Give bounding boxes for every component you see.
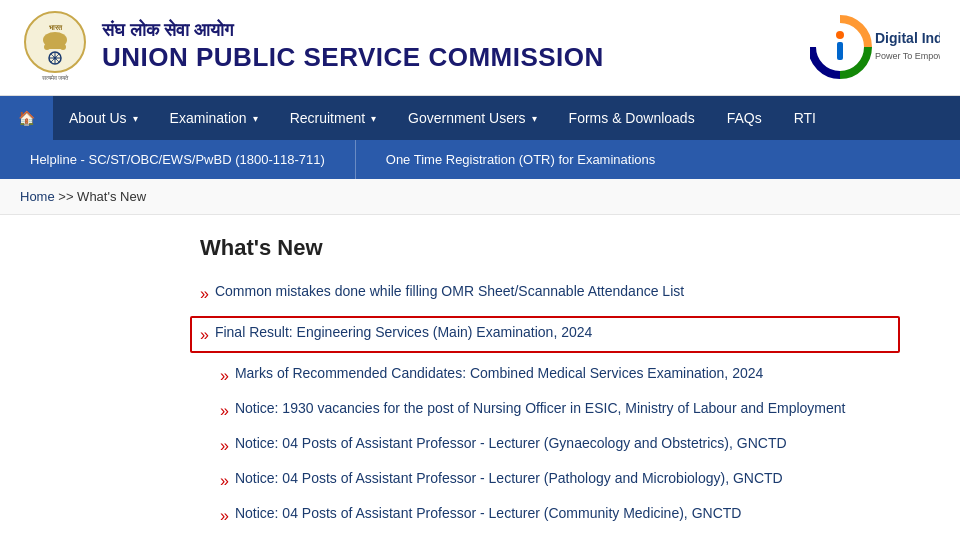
svg-point-4 <box>44 44 50 50</box>
nav-otr[interactable]: One Time Registration (OTR) for Examinat… <box>356 140 685 179</box>
nav-recruitment[interactable]: Recruitment ▾ <box>274 96 392 140</box>
dropdown-caret: ▾ <box>133 113 138 124</box>
news-link[interactable]: Common mistakes done while filling OMR S… <box>215 281 684 302</box>
bullet-icon: » <box>200 282 209 306</box>
bullet-icon: » <box>220 434 229 458</box>
list-item: » Notice: 1930 vacancies for the post of… <box>200 398 900 423</box>
breadcrumb: Home >> What's New <box>0 179 960 215</box>
dropdown-caret: ▾ <box>253 113 258 124</box>
bullet-icon: » <box>220 469 229 493</box>
emblem-logo: भारत सत्यमेव जयते <box>20 10 90 85</box>
main-content: What's New » Common mistakes done while … <box>0 215 960 558</box>
hindi-title: संघ लोक सेवा आयोग <box>102 20 604 42</box>
dropdown-caret: ▾ <box>532 113 537 124</box>
primary-navigation: 🏠 About Us ▾ Examination ▾ Recruitment ▾… <box>0 96 960 140</box>
page-title: What's New <box>200 235 900 261</box>
bullet-icon: » <box>220 504 229 528</box>
news-link[interactable]: Notice: 04 Posts of Assistant Professor … <box>235 468 783 489</box>
list-item-highlighted: » Final Result: Engineering Services (Ma… <box>190 316 900 353</box>
news-link-highlighted[interactable]: Final Result: Engineering Services (Main… <box>215 322 592 343</box>
breadcrumb-home[interactable]: Home <box>20 189 55 204</box>
breadcrumb-separator: >> <box>58 189 77 204</box>
list-item: » Notice: 04 Posts of Assistant Professo… <box>200 503 900 528</box>
svg-text:सत्यमेव जयते: सत्यमेव जयते <box>41 74 70 81</box>
svg-text:Digital India: Digital India <box>875 30 940 46</box>
breadcrumb-current: What's New <box>77 189 146 204</box>
nav-about-us[interactable]: About Us ▾ <box>53 96 154 140</box>
news-link[interactable]: Marks of Recommended Candidates: Combine… <box>235 363 763 384</box>
header-right: Digital India Power To Empower <box>810 15 940 80</box>
bullet-icon: » <box>200 323 209 347</box>
news-link[interactable]: Notice: 1930 vacancies for the post of N… <box>235 398 846 419</box>
nav-home-button[interactable]: 🏠 <box>0 96 53 140</box>
nav-examination[interactable]: Examination ▾ <box>154 96 274 140</box>
english-title: UNION PUBLIC SERVICE COMMISSION <box>102 41 604 75</box>
svg-text:भारत: भारत <box>49 24 63 31</box>
header-titles: संघ लोक सेवा आयोग UNION PUBLIC SERVICE C… <box>102 20 604 75</box>
list-item: » Notice: 04 Posts of Assistant Professo… <box>200 468 900 493</box>
home-icon: 🏠 <box>18 110 35 126</box>
digital-india-logo: Digital India Power To Empower <box>810 15 940 80</box>
list-item: » Notice: 04 Posts of Assistant Professo… <box>200 433 900 458</box>
list-item: » Marks of Recommended Candidates: Combi… <box>200 363 900 388</box>
list-item: » Common mistakes done while filling OMR… <box>200 281 900 306</box>
svg-point-5 <box>60 44 66 50</box>
nav-helpline[interactable]: Helpline - SC/ST/OBC/EWS/PwBD (1800-118-… <box>0 140 356 179</box>
nav-forms-downloads[interactable]: Forms & Downloads <box>553 96 711 140</box>
nav-government-users[interactable]: Government Users ▾ <box>392 96 552 140</box>
bullet-icon: » <box>220 364 229 388</box>
svg-point-14 <box>836 31 844 39</box>
site-header: भारत सत्यमेव जयते संघ लोक सेवा आयोग UNIO… <box>0 0 960 96</box>
secondary-navigation: Helpline - SC/ST/OBC/EWS/PwBD (1800-118-… <box>0 140 960 179</box>
header-left: भारत सत्यमेव जयते संघ लोक सेवा आयोग UNIO… <box>20 10 604 85</box>
dropdown-caret: ▾ <box>371 113 376 124</box>
svg-text:Power To Empower: Power To Empower <box>875 51 940 61</box>
news-link[interactable]: Notice: 04 Posts of Assistant Professor … <box>235 503 742 524</box>
nav-rti[interactable]: RTI <box>778 96 832 140</box>
news-list: » Common mistakes done while filling OMR… <box>200 281 900 528</box>
bullet-icon: » <box>220 399 229 423</box>
nav-faqs[interactable]: FAQs <box>711 96 778 140</box>
news-link[interactable]: Notice: 04 Posts of Assistant Professor … <box>235 433 787 454</box>
svg-rect-15 <box>837 42 843 60</box>
